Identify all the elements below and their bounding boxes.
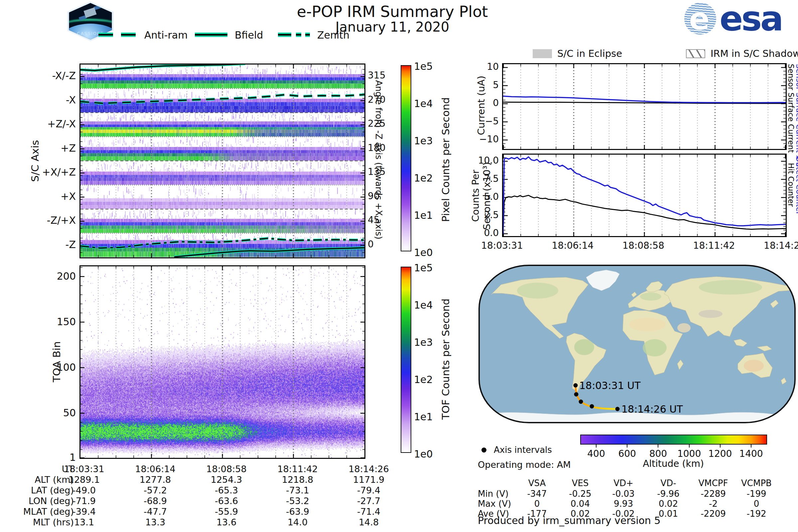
counts-xtick-4: 18:14:26 <box>753 240 798 251</box>
legend-sample-solid <box>195 31 227 39</box>
counts-ytick-2: 5.0 <box>466 191 499 202</box>
angle-tick-1: 270 <box>368 94 385 105</box>
ephem-cell-5-4: 14.8 <box>339 517 399 527</box>
counts-right-label-black: Hit Counter <box>787 163 795 236</box>
track-dot-2 <box>579 400 583 404</box>
angle-tick-5: 90 <box>368 191 380 202</box>
ephem-cell-2-3: -73.1 <box>268 485 327 495</box>
sc-axis-label-1: -X <box>20 94 76 106</box>
page-title: e-POP IRM Summary Plot <box>273 3 512 21</box>
current-ytick-0: 10 <box>466 61 499 72</box>
ephem-cell-2-4: -79.4 <box>339 485 399 495</box>
altbar-tick-0: 400 <box>580 448 613 459</box>
sc-axis-label-3: +Z <box>20 142 76 154</box>
shadow-swatch <box>686 49 705 58</box>
ephem-cell-3-0: -71.9 <box>54 496 114 506</box>
cbar1-tick-3: 1e2 <box>414 172 433 184</box>
counts-xtick-1: 18:06:14 <box>541 240 605 251</box>
ephem-cell-5-3: 14.0 <box>268 517 327 527</box>
cbar1-tick-1: 1e4 <box>414 98 433 109</box>
ephem-cell-0-1: 18:06:14 <box>125 464 185 474</box>
line-core <box>98 34 113 36</box>
esa-e-glyph: e <box>689 3 709 35</box>
epop-irm-summary-page: { "header": {"title": "e-POP IRM Summary… <box>0 0 798 532</box>
toa-tick-2: 100 <box>43 361 76 373</box>
current-ytick-3: −5 <box>466 116 499 127</box>
altbar-tickmark-1 <box>627 444 627 448</box>
altbar-tickmark-0 <box>596 444 596 448</box>
angle-tick-6: 45 <box>368 214 380 225</box>
counts-xtick-3: 18:11:42 <box>683 240 746 251</box>
eclipse-label: S/C in Eclipse <box>557 48 622 59</box>
altbar-tick-2: 800 <box>641 448 674 459</box>
satellite-icon <box>83 7 96 18</box>
altitude-colorbar <box>580 435 767 444</box>
eclipse-swatch <box>533 49 552 58</box>
angle-tick-4: 135 <box>368 166 385 177</box>
sc-axis-label-6: -Z/+X <box>20 214 76 226</box>
altitude-colorbar-label: Altitude (km) <box>590 458 757 469</box>
current-ytick-4: −10 <box>466 134 499 145</box>
ephem-cell-3-3: -53.2 <box>268 496 327 506</box>
ephem-cell-0-3: 18:11:42 <box>268 464 327 474</box>
counts-ytick-0: 10.0 <box>466 155 499 166</box>
orientation-line-legend: Anti-ramBfieldZenith <box>98 29 351 41</box>
tof-counts-colorbar <box>401 267 411 453</box>
line-core <box>305 34 310 36</box>
cbar2-tick-3: 1e2 <box>414 374 433 385</box>
altbar-tick-3: 1000 <box>673 448 706 459</box>
altbar-tickmark-3 <box>689 444 690 448</box>
legend-label-bfield: Bfield <box>235 29 263 41</box>
counts-xtick-2: 18:08:58 <box>612 240 675 251</box>
track-dot-4 <box>615 407 620 411</box>
axis-intervals-label: Axis intervals <box>494 445 552 455</box>
ephem-cell-0-2: 18:08:58 <box>196 464 256 474</box>
toa-tick-3: 50 <box>43 407 76 419</box>
line-core <box>278 34 291 36</box>
cbar1-tick-4: 1e1 <box>414 209 433 221</box>
line-sample-seg <box>278 33 291 37</box>
ground-track-map: 18:03:31 UT 18:14:26 UT <box>478 264 796 424</box>
line-core <box>195 34 227 36</box>
cbar2-tick-5: 1e0 <box>414 448 433 460</box>
ephem-cell-1-4: 1171.9 <box>339 474 399 485</box>
toa-tick-4: 1 <box>43 452 76 463</box>
track-dot-3 <box>590 404 594 408</box>
counts-xtick-0: 18:03:31 <box>471 240 534 251</box>
track-end-time: 18:14:26 UT <box>622 403 683 415</box>
line-sample-seg <box>195 33 227 37</box>
counts-ytick-3: 2.5 <box>466 209 499 221</box>
ephem-cell-2-1: -57.2 <box>125 485 185 495</box>
cbar1-tick-2: 1e3 <box>414 135 433 147</box>
track-dot-0 <box>573 383 578 388</box>
cbar2-tick-0: 1e5 <box>414 262 433 274</box>
sc-axis-label-5: +X <box>20 191 76 202</box>
ephem-cell-1-0: 1289.1 <box>54 474 114 485</box>
voltage-row-label-1: Max (V) <box>478 499 514 509</box>
angle-tick-3: 180 <box>368 142 385 153</box>
ephem-cell-0-4: 18:14:26 <box>339 464 399 474</box>
cbar2-tick-1: 1e4 <box>414 299 433 311</box>
altbar-tick-1: 600 <box>610 448 644 459</box>
altbar-tick-5: 1400 <box>735 448 768 459</box>
current-ytick-2: 0 <box>466 97 499 108</box>
altbar-tick-4: 1200 <box>704 448 737 459</box>
sc-axis-label-7: -Z <box>20 239 76 250</box>
voltage-cell-2-5: -192 <box>730 509 783 519</box>
shadow-label: IRM in S/C Shadow <box>710 48 798 59</box>
line-sample-seg <box>296 33 301 37</box>
counts-ytick-4: 0.0 <box>466 227 499 239</box>
esa-wordmark: esa <box>720 3 782 35</box>
esa-logo: e esa <box>684 3 782 35</box>
legend-sample-dashdot <box>278 31 310 39</box>
current-ytick-1: 5 <box>466 79 499 91</box>
ephem-cell-3-1: -68.9 <box>125 496 185 506</box>
series-detect-counter <box>503 157 786 234</box>
sc-axis-label-2: +Z/-X <box>20 118 76 130</box>
ephem-cell-5-1: 13.3 <box>125 517 185 527</box>
counters-plot <box>502 154 787 237</box>
axis-intervals-legend: Axis intervals <box>481 445 552 455</box>
cbar1-tick-0: 1e5 <box>414 60 433 72</box>
ephem-cell-3-4: -27.7 <box>339 496 399 506</box>
altbar-tickmark-4 <box>720 444 721 448</box>
